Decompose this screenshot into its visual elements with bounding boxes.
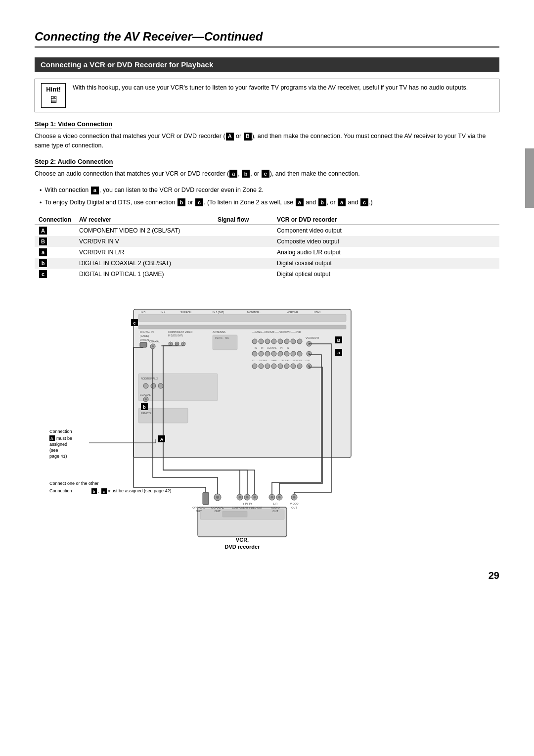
svg-text:IN 3 (SAT): IN 3 (SAT) (213, 311, 224, 314)
vcr-cell: Composite video output (273, 236, 499, 247)
svg-text:IN: IN (261, 347, 264, 349)
svg-point-34 (278, 339, 283, 344)
svg-text:VCR/DVR: VCR/DVR (287, 311, 298, 314)
svg-point-59 (278, 364, 283, 369)
vcr-cell: Analog audio L/R output (273, 247, 499, 258)
svg-point-70 (151, 383, 156, 388)
badge-b: b (242, 170, 250, 178)
page-container: Connecting the AV Receiver—Continued Con… (0, 0, 534, 601)
svg-rect-79 (222, 511, 247, 517)
svg-text:DIGITAL IN: DIGITAL IN (140, 331, 154, 333)
svg-point-33 (271, 339, 276, 344)
svg-rect-80 (203, 492, 209, 505)
flow-cell (214, 236, 273, 247)
table-row: A COMPONENT VIDEO IN 2 (CBL/SAT) Compone… (35, 225, 499, 236)
svg-point-16 (152, 345, 154, 347)
title-main: Connecting the AV Receiver (35, 30, 192, 43)
page-number: 29 (489, 570, 499, 581)
svg-text:(see: (see (49, 448, 58, 453)
step1-section: Step 1: Video Connection Choose a video … (35, 120, 499, 151)
conn-cell: A (35, 225, 75, 236)
svg-point-61 (291, 364, 296, 369)
svg-text:OUT: OUT (291, 506, 297, 509)
table-header-vcr: VCR or DVD recorder (273, 215, 499, 225)
table-row: a VCR/DVR IN L/R Analog audio L/R output (35, 247, 499, 258)
svg-point-32 (265, 339, 270, 344)
svg-text:COMPONENT VIDEO OUT: COMPONENT VIDEO OUT (232, 506, 262, 509)
step2-text: Choose an audio connection that matches … (35, 169, 499, 179)
badge-a-inline: a (91, 187, 99, 194)
svg-point-36 (291, 339, 296, 344)
svg-rect-13 (140, 342, 147, 347)
svg-text:OUT: OUT (215, 510, 221, 513)
svg-text:IN 2(CBL/SAT): IN 2(CBL/SAT) (168, 334, 183, 337)
svg-text:must be assigned (see page 42): must be assigned (see page 42) (108, 488, 172, 493)
badge-a: a (229, 170, 237, 178)
row-badge-a: a (39, 248, 47, 256)
bullet-1: • With connection a, you can listen to t… (40, 186, 499, 195)
svg-text:MONITOR...: MONITOR... (247, 311, 261, 314)
svg-point-84 (216, 496, 219, 499)
svg-text:Connection: Connection (49, 488, 72, 493)
svg-text:c: c (133, 321, 135, 326)
section-heading: Connecting a VCR or DVD Recorder for Pla… (35, 57, 499, 72)
row-badge-b: b (39, 259, 47, 267)
monitor-icon: 🖥 (45, 94, 61, 105)
page-title: Connecting the AV Receiver—Continued (35, 30, 499, 47)
svg-point-76 (145, 398, 147, 400)
svg-text:FM/TO○: FM/TO○ (215, 337, 223, 339)
hint-label: Hint! 🖥 (41, 83, 66, 108)
svg-point-92 (254, 496, 256, 498)
connection-table: Connection AV receiver Signal flow VCR o… (35, 215, 499, 280)
flow-cell (214, 247, 273, 258)
svg-text:COMPONENT VIDEO: COMPONENT VIDEO (168, 331, 192, 333)
svg-text:AUDIO: AUDIO (271, 506, 280, 509)
section-heading-text: Connecting a VCR or DVD Recorder for Pla… (41, 60, 213, 69)
badge-c-inline: c (195, 198, 203, 206)
svg-point-48 (265, 351, 270, 356)
svg-point-31 (259, 339, 264, 344)
conn-cell: b (35, 258, 75, 269)
svg-point-56 (259, 364, 264, 369)
svg-text:IN 5: IN 5 (141, 311, 145, 314)
svg-text:,: , (98, 488, 99, 493)
svg-text:VCR/DVR: VCR/DVR (306, 336, 319, 339)
svg-text:VCR,: VCR, (236, 537, 249, 543)
bullet-dot-2: • (40, 198, 42, 208)
svg-text:CD——TV/TAPE——GAME——CBL/SAT——VC: CD——TV/TAPE——GAME——CBL/SAT——VCR/DVR——DVD (252, 359, 310, 362)
badge-a2-inline: a (296, 198, 304, 206)
svg-text:Connect one or the other: Connect one or the other (49, 481, 99, 486)
av-cell: COMPONENT VIDEO IN 2 (CBL/SAT) (75, 225, 214, 236)
svg-point-53 (297, 351, 302, 356)
bullet-list: • With connection a, you can listen to t… (35, 186, 499, 208)
svg-point-24 (183, 343, 184, 344)
diagram-area: IN 5 IN 4 SURROU... IN 3 (SAT) MONITOR..… (35, 289, 499, 567)
svg-text:OUT: OUT (272, 510, 278, 513)
table-row: B VCR/DVR IN V Composite video output (35, 236, 499, 247)
bullet-2: • To enjoy Dolby Digital and DTS, use co… (40, 198, 499, 208)
svg-point-88 (239, 496, 241, 498)
conn-cell: a (35, 247, 75, 258)
bullet-1-text: With connection a, you can listen to the… (44, 186, 264, 195)
av-cell: DIGITAL IN OPTICAL 1 (GAME) (75, 269, 214, 280)
flow-cell (214, 269, 273, 280)
svg-point-69 (143, 383, 148, 388)
vcr-cell: Digital coaxial output (273, 258, 499, 269)
badge-b-inline: b (178, 198, 185, 206)
svg-point-49 (271, 351, 276, 356)
table-row: b DIGITAL IN COAXIAL 2 (CBL/SAT) Digital… (35, 258, 499, 269)
svg-text:Connection: Connection (49, 429, 72, 434)
badge-b2-inline: b (318, 198, 326, 206)
flow-cell (214, 225, 273, 236)
svg-point-62 (297, 364, 302, 369)
svg-point-57 (265, 364, 270, 369)
badge-c2-inline: c (360, 198, 368, 206)
svg-text:IN 4: IN 4 (161, 311, 165, 314)
badge-a3-inline: a (338, 198, 346, 206)
table-header-flow: Signal flow (214, 215, 273, 225)
svg-text:b: b (93, 489, 95, 494)
svg-text:—GAME—CBL/SAT——VCR/DVR——DVD: —GAME—CBL/SAT——VCR/DVR——DVD (252, 331, 301, 333)
svg-text:COAXIAL: COAXIAL (149, 340, 160, 343)
svg-text:VIDEO: VIDEO (290, 502, 299, 505)
badge-B: B (244, 133, 252, 141)
